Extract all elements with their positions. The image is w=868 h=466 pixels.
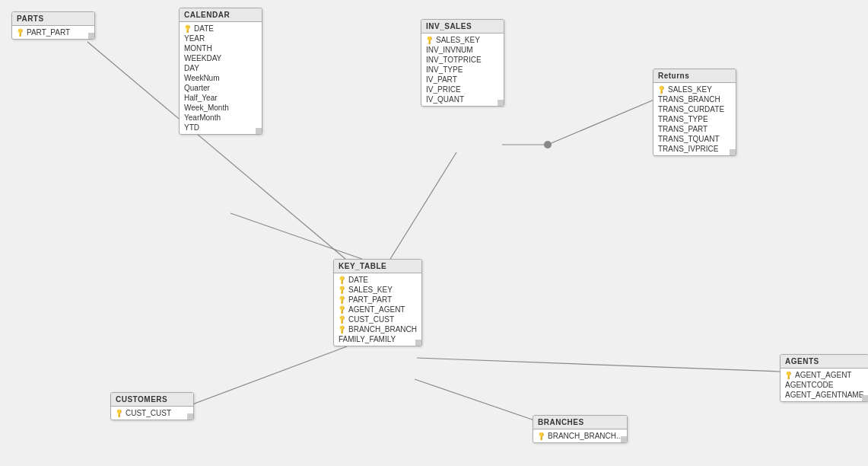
table-field: FAMILY_FAMILY xyxy=(334,334,421,344)
resize-handle[interactable] xyxy=(498,100,504,106)
svg-line-4 xyxy=(548,99,656,145)
field-name: FAMILY_FAMILY xyxy=(339,335,396,343)
key-icon: 🔑 xyxy=(337,285,347,295)
table-field: YEAR xyxy=(180,34,262,43)
field-name: CUST_CUST xyxy=(126,409,171,417)
table-field: INV_TYPE xyxy=(421,65,504,75)
table-branches[interactable]: BRANCHES🔑BRANCH_BRANCH... xyxy=(533,415,628,443)
field-name: INV_TYPE xyxy=(426,65,463,74)
table-field: DAY xyxy=(180,63,262,73)
table-customers[interactable]: CUSTOMERS🔑CUST_CUST xyxy=(110,392,194,420)
field-name: IV_QUANT xyxy=(426,95,464,104)
table-field: TRANS_IVPRICE xyxy=(653,144,736,154)
table-field: TRANS_BRANCH xyxy=(653,94,736,104)
table-header-inv_sales: INV_SALES xyxy=(421,20,504,34)
field-name: AGENT_AGENTNAME xyxy=(785,391,863,399)
field-name: Quarter xyxy=(184,84,210,92)
svg-line-7 xyxy=(415,379,548,425)
resize-handle[interactable] xyxy=(256,128,262,134)
table-agents[interactable]: AGENTS🔑AGENT_AGENTAGENTCODEAGENT_AGENTNA… xyxy=(780,354,868,402)
table-field: AGENTCODE xyxy=(781,380,868,390)
field-name: MONTH xyxy=(184,44,212,53)
field-name: YearMonth xyxy=(184,113,221,122)
field-name: IV_PART xyxy=(426,75,457,84)
table-field: INV_TOTPRICE xyxy=(421,55,504,65)
table-field: TRANS_PART xyxy=(653,124,736,134)
key-icon: 🔑 xyxy=(183,24,192,34)
table-header-parts: PARTS xyxy=(12,12,94,26)
table-fields-agents: 🔑AGENT_AGENTAGENTCODEAGENT_AGENTNAME xyxy=(781,369,868,401)
table-calendar[interactable]: CALENDAR🔑DATEYEARMONTHWEEKDAYDAYWeekNumQ… xyxy=(179,8,262,135)
table-field: 🔑AGENT_AGENT xyxy=(334,305,421,314)
table-field: 🔑DATE xyxy=(180,24,262,34)
key-icon: 🔑 xyxy=(114,408,124,418)
resize-handle[interactable] xyxy=(415,340,421,346)
field-name: AGENTCODE xyxy=(785,381,833,389)
field-name: SALES_KEY xyxy=(436,36,480,44)
table-field: 🔑CUST_CUST xyxy=(334,314,421,324)
table-fields-returns: 🔑SALES_KEYTRANS_BRANCHTRANS_CURDATETRANS… xyxy=(653,83,736,155)
resize-handle[interactable] xyxy=(88,33,94,39)
field-name: INV_INVNUM xyxy=(426,46,473,54)
key-icon: 🔑 xyxy=(536,431,546,441)
key-icon: 🔑 xyxy=(784,370,793,380)
table-header-calendar: CALENDAR xyxy=(180,8,262,22)
svg-line-8 xyxy=(417,358,782,372)
table-field: 🔑SALES_KEY xyxy=(334,285,421,295)
table-fields-parts: 🔑PART_PART xyxy=(12,26,94,39)
field-name: TRANS_PART xyxy=(658,125,707,133)
key-icon: 🔑 xyxy=(337,305,347,314)
key-icon: 🔑 xyxy=(337,324,347,334)
field-name: BRANCH_BRANCH xyxy=(348,325,417,334)
field-name: AGENT_AGENT xyxy=(795,371,851,379)
resize-handle[interactable] xyxy=(730,149,736,155)
svg-point-5 xyxy=(544,141,552,148)
resize-handle[interactable] xyxy=(187,413,193,420)
field-name: INV_TOTPRICE xyxy=(426,56,482,64)
table-field: TRANS_TQUANT xyxy=(653,134,736,144)
table-field: MONTH xyxy=(180,43,262,53)
table-key_table[interactable]: KEY_TABLE🔑DATE🔑SALES_KEY🔑PART_PART🔑AGENT… xyxy=(333,259,422,346)
field-name: TRANS_CURDATE xyxy=(658,105,724,113)
table-header-returns: Returns xyxy=(653,69,736,83)
table-returns[interactable]: Returns🔑SALES_KEYTRANS_BRANCHTRANS_CURDA… xyxy=(653,69,736,156)
field-name: SALES_KEY xyxy=(668,85,712,94)
field-name: Half_Year xyxy=(184,94,218,102)
table-field: Week_Month xyxy=(180,103,262,113)
table-field: IV_PRICE xyxy=(421,85,504,94)
field-name: PART_PART xyxy=(348,295,392,304)
table-field: 🔑AGENT_AGENT xyxy=(781,370,868,380)
svg-line-6 xyxy=(180,346,347,409)
field-name: IV_PRICE xyxy=(426,85,461,94)
resize-handle[interactable] xyxy=(621,436,627,442)
table-field: 🔑BRANCH_BRANCH... xyxy=(533,431,627,441)
table-field: WEEKDAY xyxy=(180,53,262,63)
table-header-key_table: KEY_TABLE xyxy=(334,260,421,273)
table-field: Half_Year xyxy=(180,93,262,103)
svg-line-0 xyxy=(231,213,373,263)
table-field: 🔑CUST_CUST xyxy=(111,408,193,418)
table-field: 🔑SALES_KEY xyxy=(653,85,736,94)
table-field: YearMonth xyxy=(180,113,262,123)
table-fields-calendar: 🔑DATEYEARMONTHWEEKDAYDAYWeekNumQuarterHa… xyxy=(180,22,262,134)
table-inv_sales[interactable]: INV_SALES🔑SALES_KEYINV_INVNUMINV_TOTPRIC… xyxy=(421,19,504,107)
table-field: 🔑DATE xyxy=(334,275,421,285)
field-name: WeekNum xyxy=(184,74,220,82)
table-parts[interactable]: PARTS🔑PART_PART xyxy=(11,11,95,40)
key-icon: 🔑 xyxy=(337,314,347,324)
table-fields-inv_sales: 🔑SALES_KEYINV_INVNUMINV_TOTPRICEINV_TYPE… xyxy=(421,34,504,106)
field-name: TRANS_BRANCH xyxy=(658,95,720,104)
table-field: WeekNum xyxy=(180,73,262,83)
table-field: IV_QUANT xyxy=(421,94,504,104)
table-fields-key_table: 🔑DATE🔑SALES_KEY🔑PART_PART🔑AGENT_AGENT🔑CU… xyxy=(334,273,421,346)
diagram-canvas: PARTS🔑PART_PARTCALENDAR🔑DATEYEARMONTHWEE… xyxy=(0,0,868,466)
resize-handle[interactable] xyxy=(862,395,868,401)
svg-line-2 xyxy=(388,152,456,263)
table-field: TRANS_TYPE xyxy=(653,114,736,124)
table-field: 🔑PART_PART xyxy=(12,27,94,37)
table-field: YTD xyxy=(180,123,262,132)
field-name: CUST_CUST xyxy=(348,315,394,324)
field-name: TRANS_TYPE xyxy=(658,115,708,123)
table-header-branches: BRANCHES xyxy=(533,416,627,429)
table-field: TRANS_CURDATE xyxy=(653,104,736,114)
